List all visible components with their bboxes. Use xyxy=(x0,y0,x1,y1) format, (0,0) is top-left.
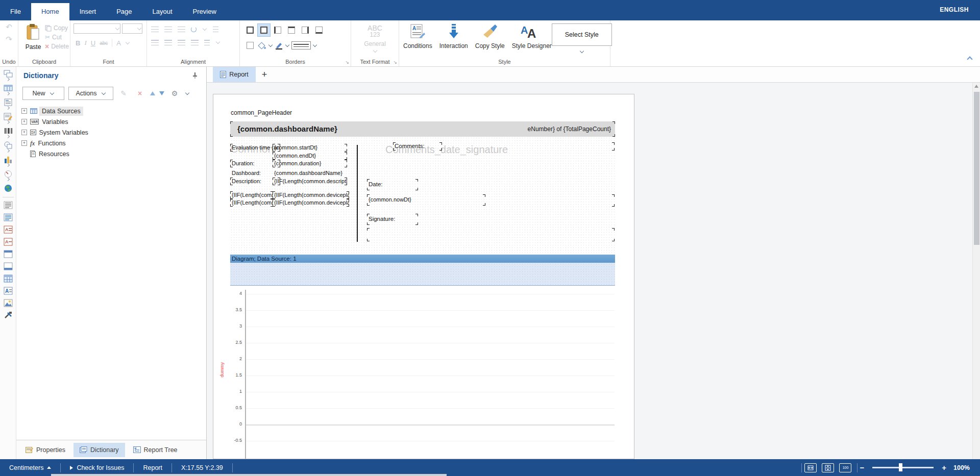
all-borders-button[interactable] xyxy=(244,24,256,36)
cut-button[interactable]: ✂ Cut xyxy=(45,34,69,41)
zoom-slider-thumb[interactable] xyxy=(899,463,902,471)
diagram-band[interactable]: Diagram; Data Source: 1 xyxy=(230,255,615,286)
zoom-slider[interactable] xyxy=(872,467,934,468)
pin-icon[interactable] xyxy=(192,72,198,79)
map-icon[interactable] xyxy=(4,184,13,192)
gauge-icon[interactable] xyxy=(4,170,13,182)
language-label[interactable]: ENGLISH xyxy=(940,6,969,13)
tree-item-functions[interactable]: + fx Functions xyxy=(21,138,202,148)
report-page[interactable]: common_PageHeader {common.dashboardName}… xyxy=(213,94,634,459)
undo-icon[interactable]: ↶ xyxy=(6,23,12,31)
borders-dialog-launcher-icon[interactable]: ↘ xyxy=(345,60,349,65)
signature-area-box[interactable] xyxy=(367,228,615,241)
expand-icon[interactable]: + xyxy=(21,130,27,135)
align-right-button[interactable] xyxy=(178,40,185,45)
tree-item-data-sources[interactable]: + Data Sources xyxy=(21,106,202,116)
edit-report-icon[interactable] xyxy=(4,113,13,124)
cross-band-icon[interactable] xyxy=(4,84,13,96)
delete-item-icon[interactable]: × xyxy=(134,89,146,97)
add-page-button[interactable]: + xyxy=(256,67,273,82)
edit-item-icon[interactable]: ✎ xyxy=(117,89,130,97)
left-border-button[interactable] xyxy=(272,24,284,36)
top-border-button[interactable] xyxy=(285,24,298,36)
menu-tab-page[interactable]: Page xyxy=(106,3,142,20)
barcode-icon[interactable] xyxy=(4,127,13,139)
diagram-band-header[interactable]: Diagram; Data Source: 1 xyxy=(230,255,615,263)
zoom-in-button[interactable]: + xyxy=(940,463,948,472)
page-component-icon[interactable] xyxy=(4,98,13,110)
field-value-box[interactable]: {common.duration} xyxy=(273,160,347,167)
menu-tab-insert[interactable]: Insert xyxy=(69,3,107,20)
panel-top-icon[interactable] xyxy=(4,250,13,260)
diagram-band-body[interactable] xyxy=(230,263,615,286)
zoom-100-button[interactable]: 100 xyxy=(839,463,851,472)
field-value-box[interactable]: {IIF(Length(common.deviceplace)==0, '', xyxy=(273,191,349,199)
text-in-cells-icon[interactable]: A xyxy=(4,226,13,235)
move-down-icon[interactable] xyxy=(159,91,164,95)
no-borders-button[interactable] xyxy=(244,39,256,52)
shapes-icon[interactable] xyxy=(4,141,13,153)
align-top-button[interactable] xyxy=(151,27,159,32)
line-spacing-button[interactable] xyxy=(204,40,210,45)
settings-dropdown-icon[interactable] xyxy=(185,91,189,95)
field-value-box[interactable]: {IIF(Length(common.description)==0,'-', xyxy=(273,178,347,185)
field-value-box[interactable]: {common.endDt} xyxy=(273,152,347,160)
chart-icon[interactable] xyxy=(4,156,13,167)
align-left-button[interactable] xyxy=(151,40,159,45)
border-style-select[interactable] xyxy=(291,41,311,49)
align-bottom-button[interactable] xyxy=(178,27,185,32)
zoom-page-width-button[interactable] xyxy=(804,463,817,472)
actions-button[interactable]: Actions xyxy=(68,87,113,100)
tree-item-variables[interactable]: + VAR Variables xyxy=(21,116,202,127)
scroll-up-icon[interactable] xyxy=(974,85,978,88)
menu-tab-layout[interactable]: Layout xyxy=(142,3,183,20)
canvas-viewport[interactable]: common_PageHeader {common.dashboardName}… xyxy=(207,83,972,459)
text-format-general[interactable]: General xyxy=(351,40,399,47)
move-up-icon[interactable] xyxy=(150,91,155,95)
field-value-box[interactable]: {IIF(Length(common.deviceplace)==0, xyxy=(273,199,349,207)
menu-tab-home[interactable]: Home xyxy=(31,3,69,20)
new-button[interactable]: New xyxy=(22,87,64,100)
tab-dictionary[interactable]: Dictionary xyxy=(74,443,125,457)
report-page-tab[interactable]: Report xyxy=(213,67,256,82)
select-style-button[interactable]: Select Style xyxy=(552,23,612,46)
text-block-icon[interactable]: A xyxy=(4,287,13,296)
date-value-box[interactable]: {common.nowDt} xyxy=(367,194,485,206)
expand-icon[interactable]: + xyxy=(21,140,27,146)
italic-button[interactable]: I xyxy=(84,39,86,47)
right-border-button[interactable] xyxy=(299,24,311,36)
text-format-dialog-launcher-icon[interactable]: ↘ xyxy=(393,60,397,65)
tree-item-resources[interactable]: Resources xyxy=(21,148,202,159)
font-color-button[interactable]: A xyxy=(116,39,121,47)
settings-gear-icon[interactable]: ⚙ xyxy=(168,89,181,97)
table-icon[interactable] xyxy=(4,274,13,284)
check-box-icon[interactable]: A xyxy=(4,238,13,247)
underline-button[interactable]: U xyxy=(91,39,95,47)
text-rotation-button[interactable] xyxy=(191,27,197,32)
text-icon[interactable] xyxy=(4,201,13,211)
outside-borders-button[interactable] xyxy=(258,24,270,36)
page-number-expression[interactable]: eNumber} of {TotalPageCount} xyxy=(528,126,611,133)
zoom-out-button[interactable]: − xyxy=(857,463,866,472)
strikethrough-button[interactable]: abc xyxy=(100,40,108,46)
signature-label-box[interactable]: Signature: xyxy=(367,214,418,225)
align-center-button[interactable] xyxy=(164,40,172,45)
border-pen-icon[interactable] xyxy=(275,42,283,49)
text-format-123[interactable]: 123 xyxy=(351,32,399,38)
expand-icon[interactable]: + xyxy=(21,108,27,114)
bottom-border-button[interactable] xyxy=(313,24,325,36)
delete-button[interactable]: × Delete xyxy=(45,43,69,50)
field-value-box[interactable]: {common.dashboardName} xyxy=(273,169,364,177)
field-value-box[interactable]: {common.startDt} xyxy=(273,144,347,152)
date-label-box[interactable]: Date: xyxy=(367,179,418,190)
comments-label-box[interactable]: Comments: xyxy=(393,142,442,151)
align-justify-button[interactable] xyxy=(191,40,199,45)
fill-color-icon[interactable] xyxy=(258,42,266,49)
font-name-select[interactable] xyxy=(74,23,120,34)
select-style-dropdown-icon[interactable] xyxy=(580,49,584,53)
vertical-scrollbar[interactable] xyxy=(972,83,980,459)
page-header-band-name[interactable]: common_PageHeader xyxy=(231,109,292,116)
zoom-percentage[interactable]: 100% xyxy=(948,464,980,471)
tools-icon[interactable] xyxy=(4,311,13,321)
menu-tab-preview[interactable]: Preview xyxy=(183,3,227,20)
